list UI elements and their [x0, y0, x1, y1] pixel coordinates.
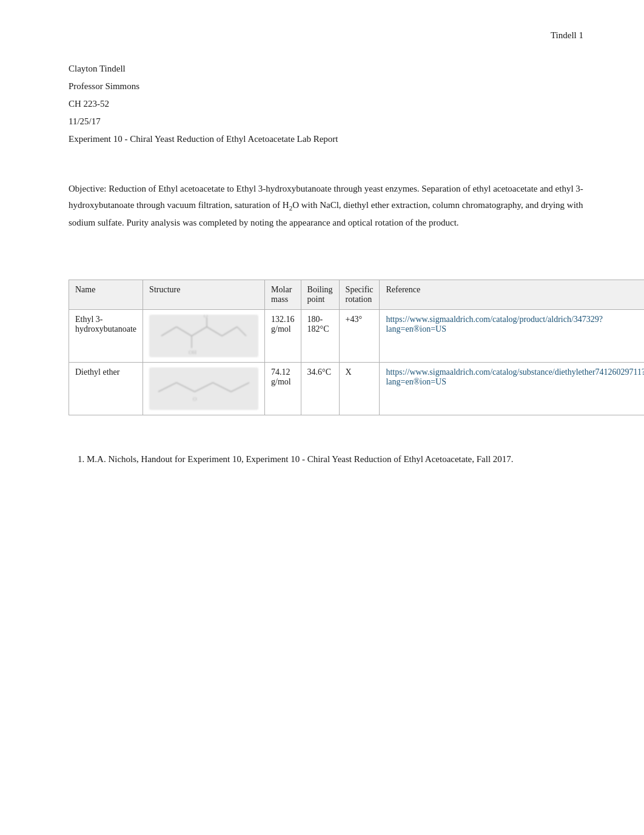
- svg-line-3: [207, 327, 222, 336]
- cell-structure-2: O: [143, 362, 265, 415]
- col-header-structure: Structure: [143, 280, 265, 309]
- svg-line-10: [158, 383, 176, 392]
- svg-line-5: [237, 327, 246, 336]
- objective-text: Objective: Reduction of Ethyl acetoaceta…: [69, 181, 583, 231]
- objective-block: Objective: Reduction of Ethyl acetoaceta…: [69, 181, 583, 231]
- col-header-specific-rotation: Specific rotation: [339, 280, 380, 309]
- svg-line-4: [222, 327, 237, 336]
- report-title: Experiment 10 - Chiral Yeast Reduction o…: [69, 131, 583, 147]
- cell-reference-1[interactable]: https://www.sigmaaldrich.com/catalog/pro…: [380, 309, 644, 362]
- author-name: Clayton Tindell: [69, 61, 583, 77]
- reagents-table: Name Structure Molar mass Boiling point …: [69, 280, 644, 415]
- cell-specific-rotation-1: +43°: [339, 309, 380, 362]
- table-row: Ethyl 3-hydroxybutanoate: [69, 309, 645, 362]
- molecule-image-2: O: [149, 367, 258, 410]
- cell-name-2: Diethyl ether: [69, 362, 143, 415]
- page-header: Tindell 1: [551, 30, 583, 41]
- date: 11/25/17: [69, 113, 583, 130]
- svg-text:O: O: [204, 315, 208, 319]
- col-header-name: Name: [69, 280, 143, 309]
- course-code: CH 223-52: [69, 96, 583, 112]
- cell-specific-rotation-2: X: [339, 362, 380, 415]
- cell-molar-mass-1: 132.16 g/mol: [265, 309, 301, 362]
- svg-line-0: [161, 327, 176, 336]
- page: Tindell 1 Clayton Tindell Professor Simm…: [0, 0, 644, 835]
- list-item: M.A. Nichols, Handout for Experiment 10,…: [87, 452, 583, 466]
- references-list: M.A. Nichols, Handout for Experiment 10,…: [69, 452, 583, 466]
- svg-line-12: [195, 383, 213, 392]
- author-block: Clayton Tindell Professor Simmons CH 223…: [69, 61, 583, 147]
- cell-structure-1: OH O: [143, 309, 265, 362]
- molecule-svg-1: OH O: [149, 315, 258, 357]
- svg-text:OH: OH: [189, 349, 196, 355]
- reference-link-1[interactable]: https://www.sigmaaldrich.com/catalog/pro…: [386, 315, 603, 334]
- professor-name: Professor Simmons: [69, 78, 583, 95]
- table-row: Diethyl ether O: [69, 362, 645, 415]
- col-header-boiling-point: Boiling point: [301, 280, 339, 309]
- cell-molar-mass-2: 74.12 g/mol: [265, 362, 301, 415]
- references-section: M.A. Nichols, Handout for Experiment 10,…: [69, 452, 583, 466]
- cell-name-1: Ethyl 3-hydroxybutanoate: [69, 309, 143, 362]
- molecule-image-1: OH O: [149, 315, 258, 357]
- reagents-table-section: Name Structure Molar mass Boiling point …: [69, 280, 583, 415]
- svg-text:O: O: [193, 396, 197, 402]
- svg-line-11: [176, 383, 195, 392]
- cell-boiling-point-1: 180-182°C: [301, 309, 339, 362]
- svg-line-1: [176, 327, 192, 336]
- svg-line-14: [231, 383, 249, 392]
- table-header-row: Name Structure Molar mass Boiling point …: [69, 280, 645, 309]
- svg-line-13: [213, 383, 231, 392]
- cell-reference-2[interactable]: https://www.sigmaaldrich.com/catalog/sub…: [380, 362, 644, 415]
- col-header-reference: Reference: [380, 280, 644, 309]
- col-header-molar-mass: Molar mass: [265, 280, 301, 309]
- page-label: Tindell 1: [551, 30, 583, 40]
- reference-link-2[interactable]: https://www.sigmaaldrich.com/catalog/sub…: [386, 367, 644, 386]
- cell-boiling-point-2: 34.6°C: [301, 362, 339, 415]
- svg-line-2: [192, 327, 207, 336]
- molecule-svg-2: O: [149, 367, 258, 410]
